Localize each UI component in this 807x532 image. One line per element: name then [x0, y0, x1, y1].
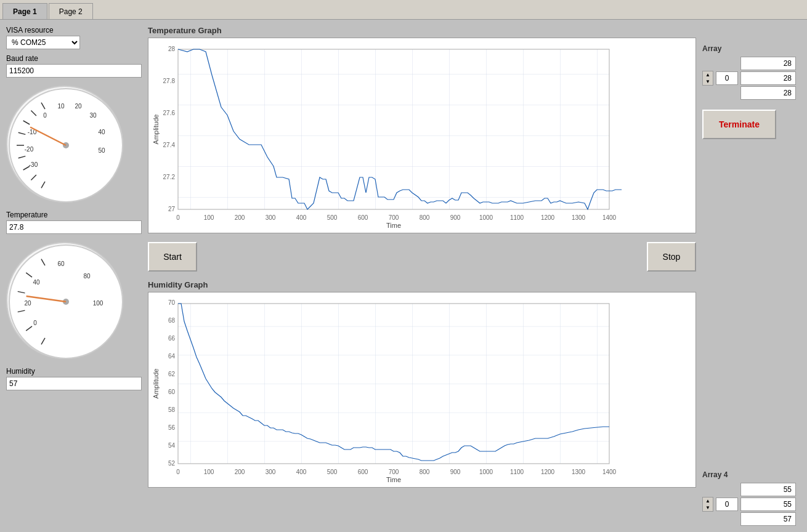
svg-text:58: 58 — [168, 406, 176, 413]
svg-text:300: 300 — [266, 214, 276, 221]
svg-text:60: 60 — [57, 260, 65, 267]
svg-rect-36 — [178, 49, 609, 209]
svg-text:800: 800 — [420, 214, 430, 221]
svg-text:28: 28 — [168, 46, 176, 52]
svg-text:54: 54 — [168, 442, 176, 449]
humidity-graph-section: Humidity Graph 52 54 56 58 — [148, 280, 696, 488]
svg-text:Amplitude: Amplitude — [153, 369, 160, 399]
visa-resource-label: VISA resource — [6, 26, 142, 34]
tab-page2[interactable]: Page 2 — [49, 3, 93, 19]
array-value-1 — [740, 71, 796, 85]
svg-text:400: 400 — [296, 469, 307, 475]
right-spacer — [702, 144, 801, 465]
array-value-0 — [740, 57, 796, 70]
temp-graph-section: Temperature Graph 27 27.2 — [148, 26, 696, 233]
svg-text:68: 68 — [168, 317, 176, 324]
svg-text:40: 40 — [98, 129, 105, 135]
main-content: VISA resource % COM25 Baud rate — [0, 20, 807, 532]
svg-text:Amplitude: Amplitude — [153, 115, 160, 145]
array4-spinner: ▲ ▼ — [702, 497, 713, 512]
svg-text:100: 100 — [93, 300, 103, 307]
svg-text:900: 900 — [450, 469, 461, 475]
tab-bar: Page 1 Page 2 — [0, 0, 807, 20]
svg-text:100: 100 — [204, 469, 214, 475]
array4-title: Array 4 — [702, 470, 801, 479]
svg-text:52: 52 — [168, 460, 176, 467]
svg-text:27.4: 27.4 — [163, 142, 176, 148]
svg-text:700: 700 — [389, 214, 399, 221]
svg-text:40: 40 — [33, 279, 40, 286]
svg-text:56: 56 — [168, 424, 176, 431]
visa-resource-section: VISA resource % COM25 — [6, 26, 142, 49]
array4-row: ▲ ▼ — [702, 483, 801, 526]
svg-text:700: 700 — [389, 469, 399, 475]
svg-text:500: 500 — [327, 469, 338, 475]
svg-text:64: 64 — [168, 353, 176, 360]
svg-text:800: 800 — [420, 469, 430, 475]
terminate-container: Terminate — [702, 110, 801, 139]
svg-text:900: 900 — [450, 214, 461, 221]
baud-rate-input[interactable] — [6, 64, 142, 78]
array-title: Array — [702, 44, 801, 53]
svg-text:27.6: 27.6 — [163, 110, 176, 116]
array4-value-1 — [740, 498, 796, 511]
center-panel: Temperature Graph 27 27.2 — [148, 26, 696, 526]
button-row: Start Stop — [148, 238, 696, 275]
array-spinner-down[interactable]: ▼ — [703, 78, 713, 85]
temp-gauge: -30 -20 -10 0 10 20 30 40 50 — [6, 86, 123, 203]
svg-text:62: 62 — [168, 371, 176, 377]
array-values — [740, 57, 796, 100]
humidity-graph-svg: 52 54 56 58 60 62 64 66 68 70 0 100 200 … — [153, 297, 622, 482]
array-index[interactable] — [716, 71, 738, 85]
svg-text:1000: 1000 — [479, 214, 493, 221]
humidity-input[interactable] — [6, 377, 142, 390]
svg-text:1300: 1300 — [572, 469, 586, 475]
svg-text:1000: 1000 — [479, 469, 493, 475]
svg-text:27.8: 27.8 — [163, 78, 176, 84]
array4-value-0 — [740, 483, 796, 496]
svg-text:200: 200 — [235, 214, 245, 221]
baud-rate-section: Baud rate — [6, 54, 142, 78]
stop-button[interactable]: Stop — [647, 242, 696, 272]
svg-text:Time: Time — [386, 476, 401, 482]
humidity-graph-wrapper: 52 54 56 58 60 62 64 66 68 70 0 100 200 … — [148, 292, 696, 488]
svg-text:80: 80 — [83, 273, 91, 280]
tab-page1[interactable]: Page 1 — [2, 3, 47, 19]
temperature-input[interactable] — [6, 220, 142, 234]
array4-values — [740, 483, 796, 526]
array4-spinner-down[interactable]: ▼ — [703, 504, 713, 511]
svg-text:500: 500 — [327, 214, 338, 221]
svg-text:1400: 1400 — [602, 469, 617, 475]
humidity-gauge: 0 20 40 60 80 100 — [6, 242, 123, 359]
baud-rate-label: Baud rate — [6, 54, 142, 63]
svg-text:66: 66 — [168, 335, 176, 342]
svg-text:70: 70 — [168, 299, 176, 306]
array4-index[interactable] — [716, 498, 738, 511]
array4-spinner-up[interactable]: ▲ — [703, 498, 713, 504]
svg-text:0: 0 — [33, 320, 37, 326]
visa-resource-dropdown[interactable]: % COM25 — [6, 36, 80, 49]
temperature-label: Temperature — [6, 211, 142, 219]
svg-text:1100: 1100 — [510, 469, 524, 475]
temp-gauge-svg: -30 -20 -10 0 10 20 30 40 50 — [7, 87, 124, 204]
svg-text:600: 600 — [358, 214, 368, 221]
svg-text:0: 0 — [43, 112, 47, 119]
svg-text:50: 50 — [98, 147, 105, 154]
svg-text:27: 27 — [168, 206, 176, 212]
svg-rect-60 — [178, 304, 609, 464]
humidity-section: Humidity — [6, 367, 142, 390]
humidity-graph-title: Humidity Graph — [148, 280, 696, 289]
svg-text:20: 20 — [24, 300, 31, 307]
svg-text:300: 300 — [266, 469, 276, 475]
terminate-button[interactable]: Terminate — [702, 110, 776, 139]
array-spinner-up[interactable]: ▲ — [703, 71, 713, 78]
svg-text:30: 30 — [89, 112, 97, 119]
svg-text:1300: 1300 — [572, 214, 586, 221]
array-value-2 — [740, 86, 796, 100]
svg-text:0: 0 — [176, 469, 180, 475]
svg-text:1200: 1200 — [541, 469, 555, 475]
start-button[interactable]: Start — [148, 242, 197, 272]
temp-graph-title: Temperature Graph — [148, 26, 696, 35]
array4-value-2 — [740, 512, 796, 526]
svg-text:1200: 1200 — [541, 214, 555, 221]
